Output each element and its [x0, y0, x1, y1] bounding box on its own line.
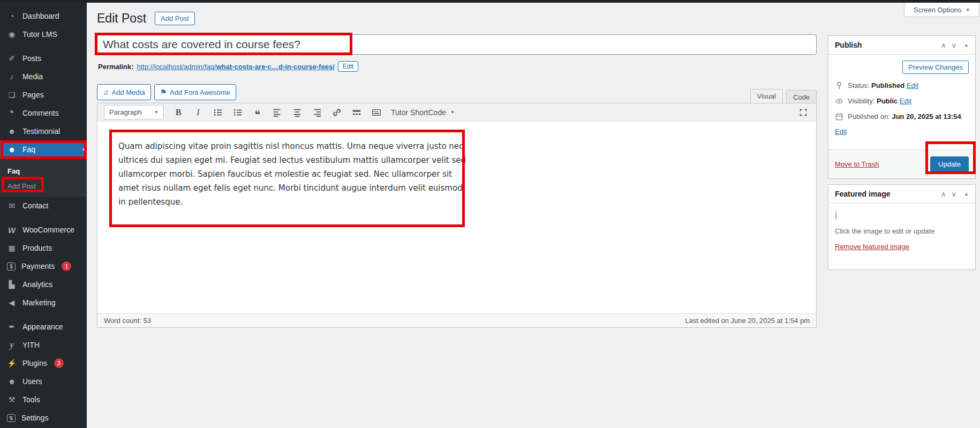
editor-header: ♫ Add Media ⚑ Add Font Awesome Visual Co…: [97, 84, 817, 103]
sidebar-item-label: Posts: [22, 54, 41, 63]
dashboard-icon: ◔: [7, 12, 17, 20]
update-button[interactable]: Update: [930, 156, 969, 172]
sidebar-item-pages[interactable]: ❏ Pages: [0, 86, 87, 104]
calendar-icon: [835, 112, 843, 121]
featured-image-panel: Featured image ∧ ∨ ▲ Click the image to …: [828, 184, 976, 270]
edit-status-link[interactable]: Edit: [907, 81, 918, 89]
sidebar-item-contact[interactable]: ✉ Contact: [0, 197, 87, 215]
keyboard-icon[interactable]: [371, 107, 382, 118]
products-icon: ▦: [7, 244, 17, 252]
sidebar-item-label: Media: [22, 72, 43, 81]
pages-icon: ❏: [7, 91, 17, 99]
sidebar-item-label: Pages: [22, 91, 44, 99]
bullet-list-icon[interactable]: [213, 107, 223, 118]
broken-thumbnail-placeholder[interactable]: [835, 212, 836, 220]
align-center-icon[interactable]: [292, 107, 303, 118]
sidebar-item-posts[interactable]: ✐ Posts: [0, 49, 87, 67]
sidebar-item-dashboard[interactable]: ◔ Dashboard: [0, 7, 87, 25]
tutor-shortcode-dropdown[interactable]: Tutor ShortCode ▼: [391, 108, 455, 117]
sidebar-item-products[interactable]: ▦ Products: [0, 239, 87, 257]
align-right-icon[interactable]: [312, 107, 322, 118]
move-panel-down-icon[interactable]: ∨: [952, 41, 957, 49]
edit-post-page: ◔ Dashboard ◉ Tutor LMS ✐ Posts ♪ Media …: [0, 0, 980, 428]
plugins-icon: ⚡: [7, 359, 17, 367]
submenu-item-add-post[interactable]: Add Post: [0, 179, 87, 194]
sidebar-item-plugins[interactable]: ⚡ Plugins 3: [0, 354, 87, 372]
tutor-lms-icon: ◉: [7, 30, 17, 39]
page-title: Edit Post: [97, 11, 146, 26]
read-more-icon[interactable]: [351, 107, 362, 118]
screen-options-button[interactable]: Screen Options ▼: [904, 3, 979, 17]
editor-content-area[interactable]: Quam adipiscing vitae proin sagittis nis…: [97, 122, 816, 313]
edit-published-date-link[interactable]: Edit: [835, 127, 969, 136]
sidebar-item-media[interactable]: ♪ Media: [0, 67, 87, 86]
payments-count-badge: 1: [62, 261, 71, 271]
add-font-awesome-button[interactable]: ⚑ Add Font Awesome: [154, 84, 236, 100]
tab-code[interactable]: Code: [786, 90, 817, 104]
sidebar-item-marketing[interactable]: ◀ Marketing: [0, 294, 87, 312]
move-to-trash-link[interactable]: Move to Trash: [835, 160, 879, 168]
move-panel-up-icon[interactable]: ∧: [941, 41, 946, 49]
publish-panel-title: Publish: [835, 41, 862, 49]
publish-actions: Move to Trash Update: [828, 149, 975, 178]
move-panel-up-icon[interactable]: ∧: [941, 190, 946, 198]
sidebar-item-label: YITH: [22, 341, 40, 349]
editor-toolbar: Paragraph ▼ B I ❝: [97, 103, 816, 122]
sidebar-item-settings[interactable]: ⇅ Settings: [0, 409, 87, 427]
status-row: Status: Published Edit: [835, 81, 969, 90]
sidebar-item-payments[interactable]: $ Payments 1: [0, 257, 87, 275]
chevron-down-icon: ▼: [450, 110, 455, 115]
sidebar-item-label: Appearance: [22, 322, 63, 331]
align-left-icon[interactable]: [272, 107, 283, 118]
published-on-row: Published on: Jun 20, 2025 at 13:54 Edit: [835, 112, 969, 136]
appearance-icon: ✒: [7, 322, 17, 331]
sidebar-item-tools[interactable]: ⚒ Tools: [0, 391, 87, 409]
sidebar-item-comments[interactable]: ❝ Comments: [0, 104, 87, 122]
blockquote-icon[interactable]: ❝: [252, 107, 263, 118]
italic-button[interactable]: I: [193, 107, 203, 118]
edit-visibility-link[interactable]: Edit: [900, 97, 911, 105]
admin-sidebar: ◔ Dashboard ◉ Tutor LMS ✐ Posts ♪ Media …: [0, 0, 87, 428]
sidebar-item-woocommerce[interactable]: W WooCommerce: [0, 221, 87, 239]
sidebar-item-tutor-lms[interactable]: ◉ Tutor LMS: [0, 25, 87, 43]
word-count: Word count: 53: [104, 317, 151, 325]
bold-button[interactable]: B: [173, 107, 184, 118]
sidebar-item-label: Products: [22, 244, 52, 252]
post-title-input[interactable]: [97, 34, 817, 55]
post-body-paragraph[interactable]: Quam adipiscing vitae proin sagittis nis…: [118, 139, 470, 209]
testimonial-icon: ☻: [7, 127, 17, 136]
submenu-item-faq[interactable]: Faq: [0, 164, 87, 179]
featured-panel-header[interactable]: Featured image ∧ ∨ ▲: [828, 185, 975, 204]
edit-permalink-button[interactable]: Edit: [338, 61, 359, 72]
preview-changes-button[interactable]: Preview Changes: [902, 61, 969, 74]
admin-topbar: [0, 0, 980, 3]
chevron-down-icon: ▼: [966, 7, 970, 12]
numbered-list-icon[interactable]: [232, 107, 243, 118]
featured-panel-title: Featured image: [835, 190, 890, 198]
sidebar-item-faq[interactable]: ☻ Faq: [0, 140, 87, 159]
paragraph-format-select[interactable]: Paragraph ▼: [104, 105, 164, 119]
sidebar-item-analytics[interactable]: ▙ Analytics: [0, 275, 87, 294]
add-post-button[interactable]: Add Post: [155, 12, 195, 25]
move-panel-down-icon[interactable]: ∨: [952, 190, 957, 198]
tab-visual[interactable]: Visual: [750, 89, 783, 104]
sidebar-item-label: Tutor LMS: [22, 30, 57, 39]
toggle-panel-icon[interactable]: ▲: [964, 42, 969, 48]
sidebar-item-label: WooCommerce: [22, 226, 74, 234]
permalink-link[interactable]: http://localhost/admin/faq/what-costs-ar…: [137, 63, 334, 71]
add-media-button[interactable]: ♫ Add Media: [97, 84, 151, 100]
toggle-panel-icon[interactable]: ▲: [964, 191, 969, 197]
marketing-icon: ◀: [7, 298, 17, 307]
publish-panel-header[interactable]: Publish ∧ ∨ ▲: [828, 36, 975, 55]
fullscreen-icon[interactable]: [798, 107, 809, 118]
media-icon: ♪: [7, 72, 17, 81]
remove-featured-image-link[interactable]: Remove featured image: [835, 243, 909, 251]
sidebar-item-users[interactable]: ☻ Users: [0, 372, 87, 391]
sidebar-item-testimonial[interactable]: ☻ Testimonial: [0, 122, 87, 140]
sidebar-item-label: Testimonial: [22, 127, 60, 136]
payments-icon: $: [7, 262, 16, 271]
sidebar-item-label: Settings: [21, 414, 49, 422]
sidebar-item-appearance[interactable]: ✒ Appearance: [0, 318, 87, 336]
sidebar-item-yith[interactable]: y YITH: [0, 336, 87, 354]
link-icon[interactable]: [331, 107, 342, 118]
